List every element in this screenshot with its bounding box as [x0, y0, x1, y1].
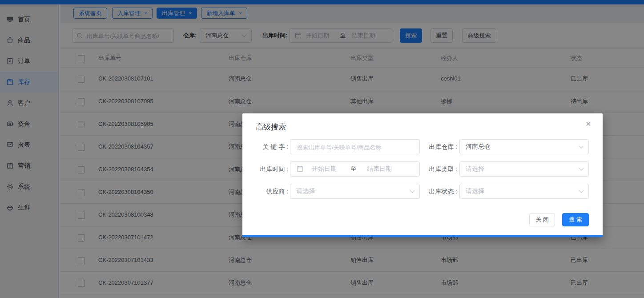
- out-warehouse-value: 河南总仓: [466, 140, 491, 154]
- modal-close-button[interactable]: 关 闭: [529, 213, 555, 226]
- out-status-placeholder: 请选择: [466, 184, 484, 198]
- out-warehouse-select[interactable]: 河南总仓: [459, 139, 589, 154]
- chevron-down-icon: [579, 188, 584, 193]
- keyword-input[interactable]: [296, 140, 414, 154]
- out-type-placeholder: 请选择: [466, 162, 484, 176]
- keyword-label: 关 键 字 :: [244, 139, 288, 154]
- supplier-select[interactable]: 请选择: [290, 184, 420, 199]
- advanced-search-modal: 高级搜索 ✕ 关 键 字 : 出库仓库 : 河南总仓 出库时间 : 开始日期 至…: [242, 113, 603, 237]
- supplier-placeholder: 请选择: [296, 184, 315, 198]
- out-status-label: 出库状态 :: [418, 184, 457, 199]
- chevron-down-icon: [410, 188, 415, 193]
- out-time-label: 出库时间 :: [244, 161, 288, 177]
- date-separator: 至: [350, 162, 357, 176]
- close-icon[interactable]: ✕: [585, 121, 591, 127]
- start-date-placeholder: 开始日期: [312, 162, 337, 176]
- chevron-down-icon: [579, 165, 584, 170]
- chevron-down-icon: [579, 143, 584, 148]
- keyword-input-wrap: [290, 139, 420, 154]
- out-status-select[interactable]: 请选择: [459, 184, 589, 199]
- end-date-placeholder: 结束日期: [367, 162, 392, 176]
- modal-date-range-picker[interactable]: 开始日期 至 结束日期: [290, 161, 420, 177]
- out-type-select[interactable]: 请选择: [459, 161, 589, 177]
- out-warehouse-label: 出库仓库 :: [418, 139, 457, 154]
- supplier-label: 供应商 :: [244, 184, 288, 199]
- out-type-label: 出库类型 :: [418, 161, 457, 177]
- calendar-icon: [297, 165, 303, 174]
- modal-search-button[interactable]: 搜 索: [562, 213, 589, 226]
- modal-title: 高级搜索: [256, 122, 286, 132]
